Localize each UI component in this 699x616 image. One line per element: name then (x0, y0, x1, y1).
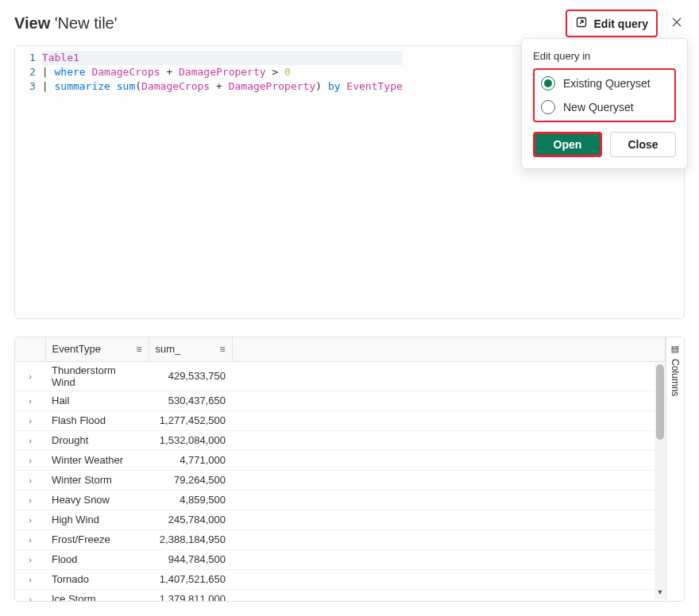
chevron-right-icon: › (29, 515, 32, 525)
cell-sum: 2,388,184,950 (149, 529, 232, 549)
title-prefix: View (14, 14, 50, 32)
cell-spacer (232, 450, 666, 470)
title-tilename: 'New tile' (55, 14, 118, 32)
edit-query-label: Edit query (594, 17, 648, 30)
cell-eventtype: Ice Storm (45, 589, 149, 601)
scroll-down-arrow[interactable]: ▼ (655, 588, 666, 599)
cell-spacer (232, 549, 666, 569)
cell-spacer (232, 589, 666, 601)
cell-sum: 530,437,650 (149, 391, 232, 410)
cell-spacer (232, 361, 666, 391)
cell-eventtype: Winter Storm (45, 470, 149, 490)
expand-cell[interactable]: › (15, 391, 45, 410)
expand-cell[interactable]: › (15, 569, 45, 589)
table-scroll[interactable]: EventType ≡ sum_ ≡ ›Thunderstorm Wind429… (15, 337, 666, 601)
chevron-right-icon: › (29, 595, 32, 601)
expand-cell[interactable]: › (15, 510, 45, 529)
cell-spacer (232, 410, 666, 430)
cell-sum: 1,277,452,500 (149, 410, 232, 430)
cell-eventtype: Tornado (45, 569, 149, 589)
cell-sum: 944,784,500 (149, 549, 232, 569)
chevron-right-icon: › (29, 416, 32, 425)
table-row[interactable]: ›Tornado1,407,521,650 (15, 569, 666, 589)
chevron-right-icon: › (29, 436, 32, 445)
table-row[interactable]: ›Hail530,437,650 (15, 391, 666, 410)
radio-new-queryset[interactable]: New Queryset (536, 95, 673, 119)
code-lines: Table1| where DamageCrops + DamageProper… (42, 46, 403, 318)
cell-sum: 429,533,750 (149, 361, 232, 391)
expand-cell[interactable]: › (15, 549, 45, 569)
cell-eventtype: Flood (45, 549, 149, 569)
radio-existing-queryset[interactable]: Existing Queryset (536, 71, 673, 95)
expand-cell[interactable]: › (15, 450, 45, 470)
column-sum[interactable]: sum_ ≡ (149, 337, 232, 361)
column-spacer (232, 337, 666, 361)
expand-cell[interactable]: › (15, 589, 45, 601)
open-button[interactable]: Open (533, 132, 602, 157)
edit-query-button[interactable]: Edit query (566, 10, 658, 37)
cell-sum: 4,771,000 (149, 450, 232, 470)
columns-tab-label: Columns (670, 359, 681, 396)
chevron-right-icon: › (29, 372, 32, 381)
cell-sum: 1,532,084,000 (149, 430, 232, 450)
chevron-right-icon: › (29, 495, 32, 505)
open-external-icon (575, 16, 588, 31)
cell-sum: 79,264,500 (149, 470, 232, 490)
cell-spacer (232, 490, 666, 510)
column-eventtype[interactable]: EventType ≡ (45, 337, 149, 361)
expand-cell[interactable]: › (15, 430, 45, 450)
table-row[interactable]: ›Frost/Freeze2,388,184,950 (15, 529, 666, 549)
edit-query-dropdown: Edit query in Existing Queryset New Quer… (521, 38, 688, 169)
columns-icon: ▥ (670, 345, 681, 353)
cell-spacer (232, 470, 666, 490)
columns-side-tab[interactable]: ▥ Columns (666, 337, 684, 601)
table-row[interactable]: ›Winter Storm79,264,500 (15, 470, 666, 490)
cell-sum: 1,407,521,650 (149, 569, 232, 589)
cell-spacer (232, 391, 666, 410)
column-menu-icon[interactable]: ≡ (136, 344, 141, 355)
open-button-label: Open (554, 138, 582, 151)
line-gutter: 123 (15, 46, 42, 318)
chevron-right-icon: › (29, 535, 32, 545)
cell-sum: 4,859,500 (149, 490, 232, 510)
cell-eventtype: Winter Weather (45, 450, 149, 470)
radio-icon (541, 100, 555, 114)
vertical-scrollbar[interactable]: ▼ (655, 363, 666, 599)
dropdown-label: Edit query in (533, 50, 676, 62)
expand-cell[interactable]: › (15, 361, 45, 391)
cell-eventtype: Thunderstorm Wind (45, 361, 149, 391)
table-row[interactable]: ›High Wind245,784,000 (15, 510, 666, 529)
cell-sum: 245,784,000 (149, 510, 232, 529)
results-panel: EventType ≡ sum_ ≡ ›Thunderstorm Wind429… (14, 337, 685, 602)
close-dropdown-button[interactable]: Close (610, 132, 676, 157)
expand-cell[interactable]: › (15, 470, 45, 490)
expand-cell[interactable]: › (15, 529, 45, 549)
table-row[interactable]: ›Winter Weather4,771,000 (15, 450, 666, 470)
results-table: EventType ≡ sum_ ≡ ›Thunderstorm Wind429… (15, 337, 666, 601)
close-button[interactable] (669, 16, 685, 32)
chevron-right-icon: › (29, 475, 32, 485)
header: View 'New tile' Edit query (14, 10, 685, 37)
radio-icon (541, 76, 555, 90)
table-row[interactable]: ›Heavy Snow4,859,500 (15, 490, 666, 510)
cell-eventtype: Drought (45, 430, 149, 450)
close-button-label: Close (628, 138, 658, 151)
table-row[interactable]: ›Drought1,532,084,000 (15, 430, 666, 450)
expand-cell[interactable]: › (15, 410, 45, 430)
close-icon (671, 15, 682, 32)
cell-eventtype: High Wind (45, 510, 149, 529)
column-expand[interactable] (15, 337, 45, 361)
queryset-radio-group: Existing Queryset New Queryset (533, 68, 676, 122)
column-header-label: sum_ (156, 343, 181, 355)
cell-eventtype: Flash Flood (45, 410, 149, 430)
table-row[interactable]: ›Ice Storm1,379,811,000 (15, 589, 666, 601)
scrollbar-thumb[interactable] (656, 364, 664, 440)
cell-spacer (232, 569, 666, 589)
cell-eventtype: Heavy Snow (45, 490, 149, 510)
cell-sum: 1,379,811,000 (149, 589, 232, 601)
table-row[interactable]: ›Flood944,784,500 (15, 549, 666, 569)
expand-cell[interactable]: › (15, 490, 45, 510)
table-row[interactable]: ›Flash Flood1,277,452,500 (15, 410, 666, 430)
column-menu-icon[interactable]: ≡ (219, 344, 225, 355)
table-row[interactable]: ›Thunderstorm Wind429,533,750 (15, 361, 666, 391)
